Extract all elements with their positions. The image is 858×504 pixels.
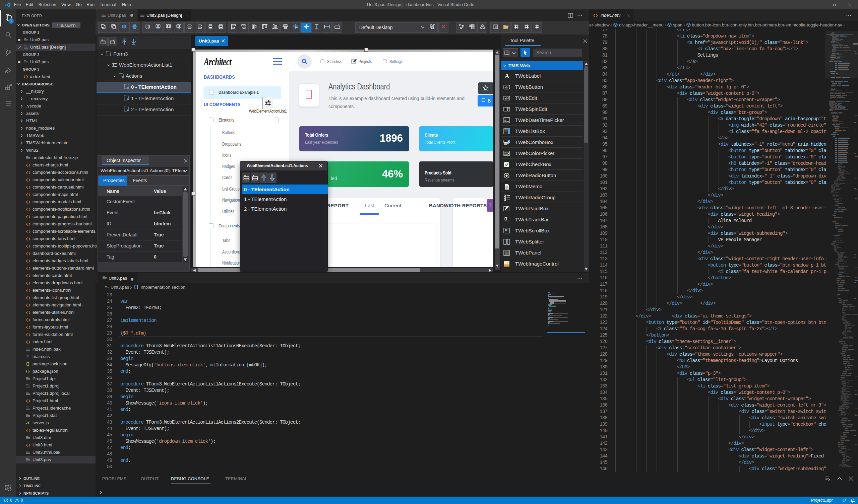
svg-text:ab: ab bbox=[505, 86, 508, 89]
svg-text:A: A bbox=[505, 73, 509, 79]
svg-text:ab: ab bbox=[504, 97, 508, 100]
